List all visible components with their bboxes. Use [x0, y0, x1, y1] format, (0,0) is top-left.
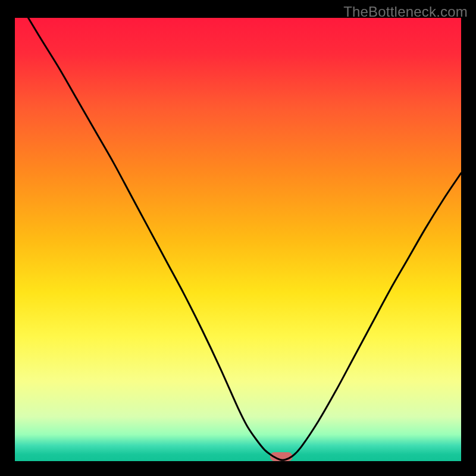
plot-area	[15, 18, 461, 461]
plot-svg	[15, 18, 461, 461]
chart-frame: TheBottleneck.com	[0, 0, 476, 476]
gradient-background	[15, 18, 461, 461]
